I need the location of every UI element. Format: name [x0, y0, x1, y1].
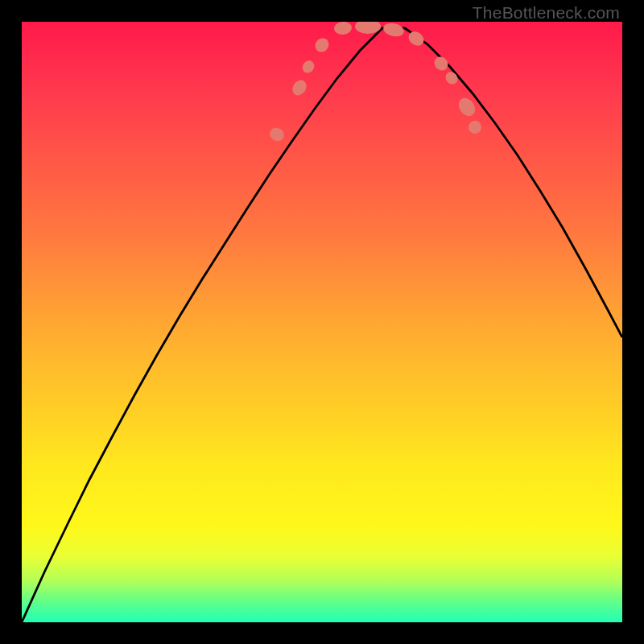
marker — [355, 22, 381, 34]
curve-markers — [267, 22, 484, 144]
chart-svg — [22, 22, 622, 622]
marker — [466, 118, 484, 136]
marker — [443, 69, 460, 86]
marker — [382, 22, 406, 39]
marker — [333, 22, 352, 35]
outer-frame: TheBottleneck.com — [0, 0, 644, 644]
plot-area — [22, 22, 622, 622]
marker — [290, 77, 310, 98]
marker — [267, 125, 287, 143]
marker — [300, 58, 317, 75]
marker — [312, 35, 332, 55]
watermark-text: TheBottleneck.com — [473, 3, 620, 23]
curve-line — [22, 28, 622, 622]
marker — [431, 54, 451, 73]
marker — [456, 95, 479, 119]
